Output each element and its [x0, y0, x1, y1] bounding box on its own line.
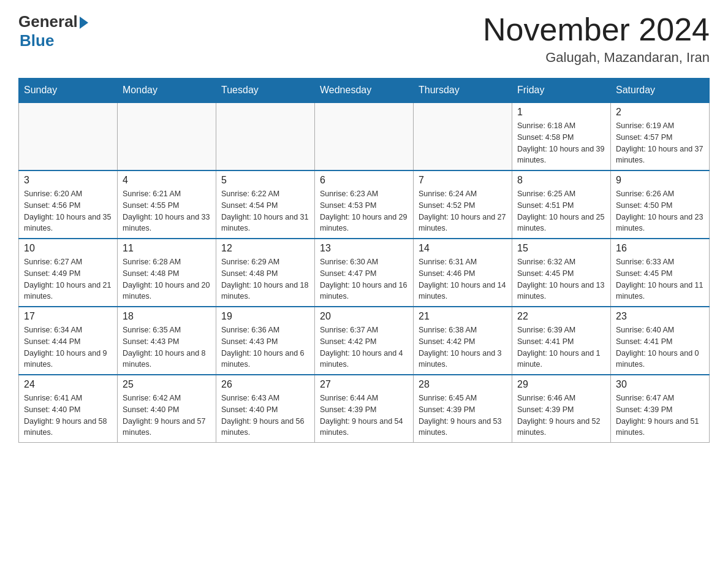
- logo-arrow-icon: [80, 17, 88, 29]
- day-info: Sunrise: 6:47 AMSunset: 4:39 PMDaylight:…: [616, 393, 704, 439]
- day-number: 3: [24, 175, 112, 186]
- day-info: Sunrise: 6:44 AMSunset: 4:39 PMDaylight:…: [320, 393, 408, 439]
- day-info: Sunrise: 6:39 AMSunset: 4:41 PMDaylight:…: [517, 324, 605, 370]
- day-info: Sunrise: 6:34 AMSunset: 4:44 PMDaylight:…: [24, 324, 112, 370]
- day-number: 16: [616, 243, 704, 254]
- calendar-cell: 12Sunrise: 6:29 AMSunset: 4:48 PMDayligh…: [216, 239, 315, 307]
- day-number: 15: [517, 243, 605, 254]
- day-number: 14: [419, 243, 507, 254]
- calendar-cell: 17Sunrise: 6:34 AMSunset: 4:44 PMDayligh…: [19, 307, 118, 375]
- day-number: 22: [517, 311, 605, 322]
- day-number: 30: [616, 379, 704, 390]
- day-number: 7: [419, 175, 507, 186]
- week-row-2: 3Sunrise: 6:20 AMSunset: 4:56 PMDaylight…: [19, 170, 710, 239]
- calendar-cell: 1Sunrise: 6:18 AMSunset: 4:58 PMDaylight…: [512, 102, 611, 170]
- day-info: Sunrise: 6:20 AMSunset: 4:56 PMDaylight:…: [24, 188, 112, 234]
- day-info: Sunrise: 6:22 AMSunset: 4:54 PMDaylight:…: [221, 188, 309, 234]
- calendar-cell: 23Sunrise: 6:40 AMSunset: 4:41 PMDayligh…: [611, 307, 710, 375]
- day-info: Sunrise: 6:29 AMSunset: 4:48 PMDaylight:…: [221, 256, 309, 302]
- calendar-cell: [315, 102, 414, 170]
- day-number: 12: [221, 243, 309, 254]
- day-info: Sunrise: 6:32 AMSunset: 4:45 PMDaylight:…: [517, 256, 605, 302]
- month-title: November 2024: [483, 12, 710, 47]
- calendar-cell: 30Sunrise: 6:47 AMSunset: 4:39 PMDayligh…: [611, 375, 710, 443]
- day-number: 23: [616, 311, 704, 322]
- day-info: Sunrise: 6:30 AMSunset: 4:47 PMDaylight:…: [320, 256, 408, 302]
- day-number: 25: [123, 379, 211, 390]
- day-info: Sunrise: 6:45 AMSunset: 4:39 PMDaylight:…: [419, 393, 507, 439]
- calendar-cell: 14Sunrise: 6:31 AMSunset: 4:46 PMDayligh…: [414, 239, 512, 307]
- calendar-cell: 21Sunrise: 6:38 AMSunset: 4:42 PMDayligh…: [414, 307, 512, 375]
- weekday-header-row: SundayMondayTuesdayWednesdayThursdayFrid…: [19, 79, 710, 103]
- week-row-5: 24Sunrise: 6:41 AMSunset: 4:40 PMDayligh…: [19, 375, 710, 443]
- day-info: Sunrise: 6:19 AMSunset: 4:57 PMDaylight:…: [616, 120, 704, 166]
- calendar-cell: 5Sunrise: 6:22 AMSunset: 4:54 PMDaylight…: [216, 170, 315, 239]
- day-info: Sunrise: 6:28 AMSunset: 4:48 PMDaylight:…: [123, 256, 211, 302]
- day-number: 1: [517, 107, 605, 118]
- day-info: Sunrise: 6:41 AMSunset: 4:40 PMDaylight:…: [24, 393, 112, 439]
- calendar-cell: [19, 102, 118, 170]
- calendar-cell: 6Sunrise: 6:23 AMSunset: 4:53 PMDaylight…: [315, 170, 414, 239]
- calendar-cell: 8Sunrise: 6:25 AMSunset: 4:51 PMDaylight…: [512, 170, 611, 239]
- calendar-cell: 28Sunrise: 6:45 AMSunset: 4:39 PMDayligh…: [414, 375, 512, 443]
- day-number: 18: [123, 311, 211, 322]
- calendar-cell: 24Sunrise: 6:41 AMSunset: 4:40 PMDayligh…: [19, 375, 118, 443]
- logo-general-text: General: [18, 12, 78, 31]
- day-info: Sunrise: 6:43 AMSunset: 4:40 PMDaylight:…: [221, 393, 309, 439]
- day-info: Sunrise: 6:35 AMSunset: 4:43 PMDaylight:…: [123, 324, 211, 370]
- calendar-cell: 11Sunrise: 6:28 AMSunset: 4:48 PMDayligh…: [118, 239, 216, 307]
- calendar-cell: 19Sunrise: 6:36 AMSunset: 4:43 PMDayligh…: [216, 307, 315, 375]
- day-info: Sunrise: 6:18 AMSunset: 4:58 PMDaylight:…: [517, 120, 605, 166]
- title-area: November 2024 Galugah, Mazandaran, Iran: [483, 12, 710, 66]
- calendar-cell: 10Sunrise: 6:27 AMSunset: 4:49 PMDayligh…: [19, 239, 118, 307]
- day-number: 2: [616, 107, 704, 118]
- week-row-1: 1Sunrise: 6:18 AMSunset: 4:58 PMDaylight…: [19, 102, 710, 170]
- day-number: 20: [320, 311, 408, 322]
- day-info: Sunrise: 6:26 AMSunset: 4:50 PMDaylight:…: [616, 188, 704, 234]
- day-number: 19: [221, 311, 309, 322]
- day-number: 28: [419, 379, 507, 390]
- day-number: 29: [517, 379, 605, 390]
- calendar-cell: 27Sunrise: 6:44 AMSunset: 4:39 PMDayligh…: [315, 375, 414, 443]
- day-number: 4: [123, 175, 211, 186]
- calendar-cell: 26Sunrise: 6:43 AMSunset: 4:40 PMDayligh…: [216, 375, 315, 443]
- calendar-cell: 9Sunrise: 6:26 AMSunset: 4:50 PMDaylight…: [611, 170, 710, 239]
- weekday-header-saturday: Saturday: [611, 79, 710, 103]
- calendar-cell: 20Sunrise: 6:37 AMSunset: 4:42 PMDayligh…: [315, 307, 414, 375]
- day-info: Sunrise: 6:27 AMSunset: 4:49 PMDaylight:…: [24, 256, 112, 302]
- page-header: General Blue November 2024 Galugah, Maza…: [18, 12, 710, 66]
- day-info: Sunrise: 6:24 AMSunset: 4:52 PMDaylight:…: [419, 188, 507, 234]
- weekday-header-tuesday: Tuesday: [216, 79, 315, 103]
- day-info: Sunrise: 6:38 AMSunset: 4:42 PMDaylight:…: [419, 324, 507, 370]
- calendar-table: SundayMondayTuesdayWednesdayThursdayFrid…: [18, 78, 710, 443]
- day-number: 10: [24, 243, 112, 254]
- day-info: Sunrise: 6:42 AMSunset: 4:40 PMDaylight:…: [123, 393, 211, 439]
- calendar-cell: 18Sunrise: 6:35 AMSunset: 4:43 PMDayligh…: [118, 307, 216, 375]
- calendar-cell: 3Sunrise: 6:20 AMSunset: 4:56 PMDaylight…: [19, 170, 118, 239]
- calendar-cell: 2Sunrise: 6:19 AMSunset: 4:57 PMDaylight…: [611, 102, 710, 170]
- day-number: 24: [24, 379, 112, 390]
- day-number: 8: [517, 175, 605, 186]
- calendar-cell: 7Sunrise: 6:24 AMSunset: 4:52 PMDaylight…: [414, 170, 512, 239]
- weekday-header-sunday: Sunday: [19, 79, 118, 103]
- logo: General Blue: [18, 12, 88, 50]
- calendar-cell: 22Sunrise: 6:39 AMSunset: 4:41 PMDayligh…: [512, 307, 611, 375]
- day-info: Sunrise: 6:36 AMSunset: 4:43 PMDaylight:…: [221, 324, 309, 370]
- calendar-cell: [216, 102, 315, 170]
- day-info: Sunrise: 6:46 AMSunset: 4:39 PMDaylight:…: [517, 393, 605, 439]
- day-number: 13: [320, 243, 408, 254]
- day-info: Sunrise: 6:33 AMSunset: 4:45 PMDaylight:…: [616, 256, 704, 302]
- calendar-cell: 25Sunrise: 6:42 AMSunset: 4:40 PMDayligh…: [118, 375, 216, 443]
- weekday-header-wednesday: Wednesday: [315, 79, 414, 103]
- calendar-cell: 16Sunrise: 6:33 AMSunset: 4:45 PMDayligh…: [611, 239, 710, 307]
- day-number: 9: [616, 175, 704, 186]
- calendar-cell: 13Sunrise: 6:30 AMSunset: 4:47 PMDayligh…: [315, 239, 414, 307]
- calendar-cell: 4Sunrise: 6:21 AMSunset: 4:55 PMDaylight…: [118, 170, 216, 239]
- day-number: 17: [24, 311, 112, 322]
- calendar-cell: [414, 102, 512, 170]
- week-row-3: 10Sunrise: 6:27 AMSunset: 4:49 PMDayligh…: [19, 239, 710, 307]
- week-row-4: 17Sunrise: 6:34 AMSunset: 4:44 PMDayligh…: [19, 307, 710, 375]
- day-number: 11: [123, 243, 211, 254]
- day-number: 26: [221, 379, 309, 390]
- weekday-header-thursday: Thursday: [414, 79, 512, 103]
